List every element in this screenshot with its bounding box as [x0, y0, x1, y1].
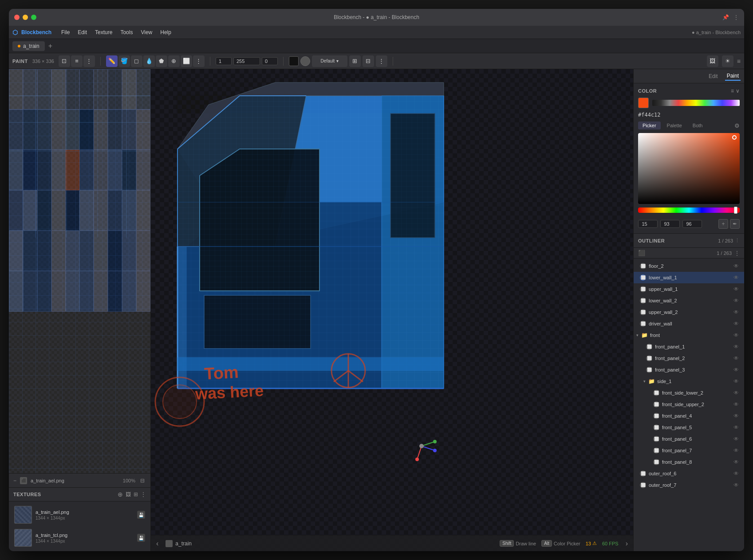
hue-slider[interactable] — [638, 208, 740, 213]
visibility-eye-front[interactable]: 👁 — [733, 332, 740, 339]
visibility-eye-fp8[interactable]: 👁 — [733, 458, 740, 466]
outliner-item-fsl2[interactable]: ⬜ front_side_lower_2 👁 — [634, 387, 744, 399]
outliner-item-or7[interactable]: ⬜ outer_roof_7 👁 — [634, 479, 744, 491]
outliner-list[interactable]: ⬜ floor_2 👁 ⬜ lower_wall_1 👁 ⬜ upper_wal… — [634, 258, 744, 551]
outliner-folder-front[interactable]: ▾ 📁 front 👁 — [634, 329, 744, 341]
texture-item-1[interactable]: a_train_tcl.png 1344 × 1344px 💾 — [12, 527, 148, 548]
outliner-more-btn[interactable]: ⋮ — [735, 238, 740, 243]
outliner-item-fp4[interactable]: ⬜ front_panel_4 👁 — [634, 410, 744, 422]
select-tool[interactable]: ⬜ — [181, 55, 192, 67]
color-settings-btn[interactable]: ⚙ — [734, 122, 740, 129]
menu-texture[interactable]: Texture — [91, 27, 116, 37]
outliner-item-lower-wall-2[interactable]: ⬜ lower_wall_2 👁 — [634, 295, 744, 306]
outliner-item-or6[interactable]: ⬜ outer_roof_6 👁 — [634, 468, 744, 479]
outliner-item-fp7[interactable]: ⬜ front_panel_7 👁 — [634, 445, 744, 456]
texture-save-0[interactable]: 💾 — [137, 511, 145, 519]
stamp-tool[interactable]: ⊕ — [168, 55, 180, 67]
erase-tool[interactable]: ◻ — [131, 55, 142, 67]
outliner-folder-side1[interactable]: ▾ 📁 side_1 👁 — [634, 376, 744, 387]
visibility-eye-or7[interactable]: 👁 — [733, 482, 740, 489]
main-color-swatch[interactable] — [638, 98, 649, 108]
paint-canvas-area[interactable] — [9, 69, 150, 473]
tool-size-input[interactable]: 1 — [216, 57, 232, 65]
tool-param-input[interactable]: 0 — [262, 57, 278, 65]
visibility-eye-lw2[interactable]: 👁 — [733, 297, 740, 304]
texture-more-btn[interactable]: ⋮ — [141, 491, 146, 497]
viewport-nav-next[interactable]: › — [626, 540, 628, 548]
nav-prev-btn[interactable]: − — [13, 478, 16, 484]
menu-tools[interactable]: Tools — [117, 27, 136, 37]
color-swatch-1[interactable] — [289, 56, 299, 66]
outliner-item-fp2[interactable]: ⬜ front_panel_2 👁 — [634, 352, 744, 364]
color-tab-palette[interactable]: Palette — [662, 121, 686, 129]
color-swatch-2[interactable] — [300, 56, 310, 66]
active-tab[interactable]: a_train — [12, 41, 45, 51]
menu-edit[interactable]: Edit — [74, 27, 91, 37]
view-more-btn[interactable]: ⋮ — [376, 55, 387, 67]
lightness-input[interactable] — [682, 220, 702, 228]
viewport-nav-prev[interactable]: ‹ — [156, 540, 158, 548]
outliner-item-fp6[interactable]: ⬜ front_panel_6 👁 — [634, 433, 744, 445]
outliner-item-driver-wall[interactable]: ⬜ driver_wall 👁 — [634, 318, 744, 329]
outliner-item-fsu2[interactable]: ⬜ front_side_upper_2 👁 — [634, 399, 744, 410]
outliner-dots[interactable]: ⋮ — [734, 250, 740, 256]
hue-input[interactable] — [638, 220, 658, 228]
smudge-tool[interactable]: ⬟ — [156, 55, 167, 67]
visibility-eye-uw1[interactable]: 👁 — [733, 286, 740, 293]
visibility-eye-fp2[interactable]: 👁 — [733, 355, 740, 362]
paint-tab[interactable]: Paint — [725, 72, 741, 81]
color-tab-both[interactable]: Both — [688, 121, 707, 129]
edit-tab[interactable]: Edit — [707, 72, 720, 80]
visibility-eye-dw[interactable]: 👁 — [733, 320, 740, 327]
add-texture-btn[interactable]: ⊕ — [118, 491, 123, 498]
brush-tool[interactable]: ✏️ — [106, 55, 118, 67]
menu-file[interactable]: File — [58, 27, 73, 37]
menu-view[interactable]: View — [137, 27, 156, 37]
visibility-eye[interactable]: 👁 — [733, 262, 740, 270]
color-gradient-picker[interactable] — [638, 133, 740, 204]
visibility-eye-fsl2[interactable]: 👁 — [733, 389, 740, 396]
import-texture-btn[interactable]: 🖼 — [126, 491, 131, 497]
visibility-eye-fsu2[interactable]: 👁 — [733, 401, 740, 408]
visibility-eye-fp4[interactable]: 👁 — [733, 412, 740, 419]
color-add-btn[interactable]: + — [718, 219, 728, 229]
visibility-eye-fp7[interactable]: 👁 — [733, 447, 740, 454]
maximize-button[interactable] — [31, 15, 36, 20]
view-mode-btn-1[interactable]: 🖼 — [707, 55, 718, 67]
visibility-eye-or6[interactable]: 👁 — [733, 470, 740, 477]
visibility-eye-fp3[interactable]: 👁 — [733, 366, 740, 373]
panel-collapse-btn[interactable]: ≡ — [737, 58, 741, 65]
outliner-item-fp8[interactable]: ⬜ front_panel_8 👁 — [634, 456, 744, 468]
minimize-button[interactable] — [23, 15, 28, 20]
visibility-eye-uw2[interactable]: 👁 — [733, 309, 740, 316]
visibility-eye-side1[interactable]: 👁 — [733, 378, 740, 385]
texture-item-0[interactable]: a_train_ael.png 1344 × 1344px 💾 — [12, 504, 148, 525]
menu2-btn[interactable]: ⋮ — [83, 55, 95, 67]
outliner-item-upper-wall-1[interactable]: ⬜ upper_wall_1 👁 — [634, 283, 744, 295]
texture-settings-btn[interactable]: ⊞ — [134, 491, 138, 497]
color-tab-picker[interactable]: Picker — [638, 121, 661, 129]
outliner-item-fp1[interactable]: ⬜ front_panel_1 👁 — [634, 341, 744, 352]
more-tool[interactable]: ⋮ — [193, 55, 205, 67]
color-eyedropper-btn[interactable]: ✒ — [730, 219, 740, 229]
dropdown-btn[interactable]: Default▾ — [312, 55, 347, 67]
texture-panel-toggle[interactable]: ⊟ — [139, 477, 146, 484]
visibility-eye-fp5[interactable]: 👁 — [733, 424, 740, 431]
outliner-item-upper-wall-2[interactable]: ⬜ upper_wall_2 👁 — [634, 306, 744, 318]
view-btn-2[interactable]: ⊟ — [363, 55, 374, 67]
fill-tool[interactable]: 🪣 — [118, 55, 130, 67]
close-button[interactable] — [14, 15, 20, 20]
viewport[interactable]: Tom was here — [151, 69, 633, 551]
outliner-item-lower-wall-1[interactable]: ⬜ lower_wall_1 👁 — [634, 272, 744, 283]
color-panel-collapse[interactable]: ≡ — [731, 88, 734, 94]
visibility-eye-lw1[interactable]: 👁 — [733, 274, 740, 281]
outliner-item-fp5[interactable]: ⬜ front_panel_5 👁 — [634, 422, 744, 433]
menu-btn[interactable]: ≡ — [71, 55, 83, 67]
saturation-input[interactable] — [660, 220, 680, 228]
eyedropper-tool[interactable]: 💧 — [143, 55, 155, 67]
visibility-eye-fp1[interactable]: 👁 — [733, 343, 740, 350]
view-mode-btn-2[interactable]: ☀ — [722, 55, 733, 67]
outliner-item-floor-2[interactable]: ⬜ floor_2 👁 — [634, 260, 744, 272]
tool-opacity-input[interactable]: 255 — [233, 57, 260, 65]
outliner-item-fp3[interactable]: ⬜ front_panel_3 👁 — [634, 364, 744, 376]
